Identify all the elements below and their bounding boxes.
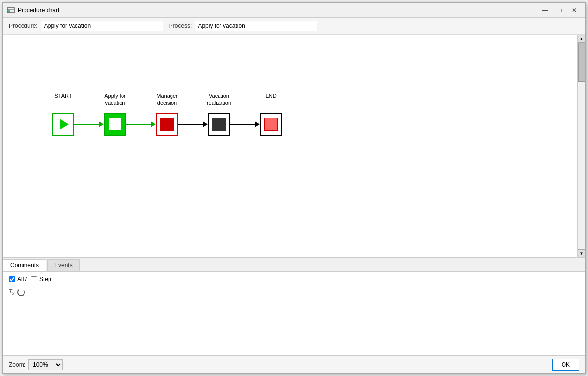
node-end-label: END <box>265 93 276 99</box>
arrow-head-2 <box>151 121 156 127</box>
node-manager-inner <box>160 118 174 131</box>
zoom-label: Zoom: <box>9 361 25 368</box>
step-checkbox[interactable] <box>31 276 37 282</box>
diagram-area: START Apply forvacation <box>3 35 585 258</box>
node-apply[interactable] <box>104 113 126 136</box>
ok-button[interactable]: OK <box>552 359 579 371</box>
node-vacation[interactable] <box>208 113 230 136</box>
node-end[interactable] <box>260 113 282 136</box>
title-bar-left: Procedure chart <box>7 6 59 14</box>
toolbar: Procedure: Process: <box>3 18 585 35</box>
node-vacation-label: Vacationrealization <box>207 93 231 107</box>
node-manager-wrapper: Managerdecision <box>156 113 178 136</box>
node-apply-label: Apply forvacation <box>104 93 125 107</box>
filter-row: All / Step: <box>9 276 579 282</box>
refresh-icon[interactable] <box>17 288 25 296</box>
title-bar: Procedure chart — □ ✕ <box>3 3 585 18</box>
node-end-wrapper: END <box>260 113 282 136</box>
node-apply-wrapper: Apply forvacation <box>104 113 126 136</box>
text-filter-icon: Tx <box>9 288 14 296</box>
footer: Zoom: 100% 50% 75% 125% 150% 200% OK <box>3 355 585 373</box>
maximize-button[interactable]: □ <box>553 5 566 15</box>
step-checkbox-label[interactable]: Step: <box>31 276 53 282</box>
process-label: Process: <box>169 23 192 29</box>
tabs-bar: Comments Events <box>3 258 585 272</box>
arrow-line-2 <box>126 124 151 125</box>
diagram-canvas: START Apply forvacation <box>3 35 577 257</box>
node-vacation-wrapper: Vacationrealization <box>208 113 230 136</box>
main-content: START Apply forvacation <box>3 35 585 355</box>
zoom-group: Zoom: 100% 50% 75% 125% 150% 200% <box>9 359 63 370</box>
arrow-head-4 <box>255 121 260 127</box>
tab-comments[interactable]: Comments <box>3 259 46 271</box>
icon-row: Tx <box>9 286 579 298</box>
arrow-line-3 <box>178 124 203 125</box>
node-start-wrapper: START <box>52 113 74 136</box>
step-label: Step: <box>39 276 53 282</box>
procedure-group: Procedure: <box>9 21 163 31</box>
scroll-down-button[interactable]: ▼ <box>578 249 586 257</box>
arrow-4 <box>230 121 260 127</box>
node-vacation-inner <box>212 118 226 131</box>
title-controls: — □ ✕ <box>538 5 581 15</box>
process-group: Process: <box>169 21 318 31</box>
vertical-scrollbar[interactable]: ▲ ▼ <box>577 35 585 257</box>
svg-rect-2 <box>8 10 10 12</box>
all-checkbox[interactable] <box>9 276 15 282</box>
close-button[interactable]: ✕ <box>567 5 581 15</box>
procedure-label: Procedure: <box>9 23 38 29</box>
arrow-head-1 <box>99 121 104 127</box>
arrow-2 <box>126 121 156 127</box>
node-manager[interactable] <box>156 113 178 136</box>
all-checkbox-label[interactable]: All / <box>9 276 27 282</box>
zoom-select[interactable]: 100% 50% 75% 125% 150% 200% <box>28 359 63 370</box>
play-icon <box>60 119 69 130</box>
scroll-up-button[interactable]: ▲ <box>578 35 586 43</box>
window-icon <box>7 6 15 14</box>
arrow-3 <box>178 121 208 127</box>
node-start[interactable] <box>52 113 74 136</box>
tab-content-comments: All / Step: Tx <box>3 272 585 355</box>
node-start-label: START <box>54 93 72 99</box>
minimize-button[interactable]: — <box>538 5 552 15</box>
arrow-line-4 <box>230 124 255 125</box>
node-end-inner <box>264 118 278 131</box>
scroll-thumb[interactable] <box>578 43 585 82</box>
all-label: All / <box>17 276 27 282</box>
window-title: Procedure chart <box>18 7 59 14</box>
arrow-head-3 <box>203 121 208 127</box>
bottom-panel: Comments Events All / Step: Tx <box>3 258 585 355</box>
arrow-line-1 <box>74 124 99 125</box>
main-window: Procedure chart — □ ✕ Procedure: Process… <box>2 2 586 374</box>
node-manager-label: Managerdecision <box>156 93 177 107</box>
process-input[interactable] <box>195 21 317 31</box>
node-apply-inner <box>109 118 121 130</box>
flowchart: START Apply forvacation <box>52 113 282 136</box>
procedure-input[interactable] <box>41 21 163 31</box>
tab-events[interactable]: Events <box>47 259 80 271</box>
arrow-1 <box>74 121 104 127</box>
